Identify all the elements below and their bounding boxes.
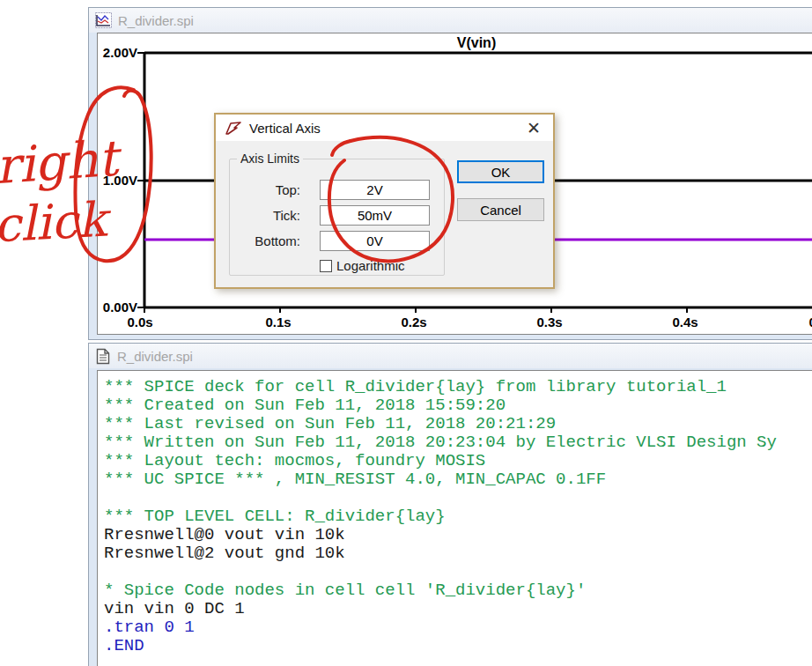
ok-button[interactable]: OK [457, 160, 544, 183]
bottom-field-row: Bottom: [216, 231, 553, 251]
netlist-line: *** TOP LEVEL CELL: R_divider{lay} [104, 507, 812, 526]
x-tick-label-0: 0.0s [127, 314, 152, 329]
netlist-window: R_divider.spi *** SPICE deck for cell R_… [88, 343, 812, 666]
tick-field-label: Tick: [216, 205, 300, 226]
dialog-title: Vertical Axis [249, 121, 321, 136]
netlist-line: .END [104, 637, 812, 655]
waveform-window-titlebar[interactable]: R_divider.spi [89, 8, 812, 33]
netlist-window-title: R_divider.spi [117, 349, 193, 364]
x-tick-label-4: 0.4s [672, 314, 698, 329]
netlist-line [104, 563, 812, 581]
netlist-line: .tran 0 1 [104, 618, 812, 637]
ltspice-logo-icon [225, 121, 242, 136]
document-icon [95, 348, 111, 365]
netlist-line [104, 489, 812, 507]
netlist-line: *** Written on Sun Feb 11, 2018 20:23:04… [104, 433, 812, 452]
x-tick-label-1: 0.1s [265, 314, 291, 329]
vertical-axis-dialog: Vertical Axis ✕ Axis Limits Top: Tick: B… [214, 113, 555, 289]
netlist-line: * Spice Code nodes in cell cell 'R_divid… [104, 581, 812, 600]
waveform-icon [95, 12, 112, 28]
x-tick-label-5: 0.5s [808, 314, 812, 329]
netlist-line: Rresnwell@2 vout gnd 10k [104, 544, 812, 563]
top-field-input[interactable] [320, 180, 430, 200]
x-tick-label-3: 0.3s [536, 314, 562, 329]
logarithmic-label: Logarithmic [336, 258, 405, 273]
bottom-field-input[interactable] [320, 231, 430, 251]
logarithmic-checkbox[interactable] [320, 260, 332, 272]
dialog-titlebar[interactable]: Vertical Axis ✕ [216, 115, 553, 141]
y-tick-label-2v: 2.00V [103, 45, 137, 60]
netlist-window-titlebar[interactable]: R_divider.spi [89, 344, 812, 368]
screen: R_divider.spi V(vin) 2.00V 1.00V 0.00V [0, 0, 812, 666]
tick-field-input[interactable] [320, 205, 430, 226]
netlist-line: *** Layout tech: mocmos, foundry MOSIS [104, 452, 812, 470]
logarithmic-row: Logarithmic [320, 258, 405, 273]
netlist-line: *** Created on Sun Feb 11, 2018 15:59:20 [104, 396, 812, 415]
netlist-line: *** SPICE deck for cell R_divider{lay} f… [104, 378, 812, 396]
netlist-editor[interactable]: *** SPICE deck for cell R_divider{lay} f… [97, 370, 812, 666]
top-field-label: Top: [216, 180, 300, 200]
cancel-button[interactable]: Cancel [457, 198, 544, 221]
bottom-field-label: Bottom: [216, 231, 300, 251]
y-tick-label-1v: 1.00V [103, 173, 137, 188]
axis-limits-label: Axis Limits [237, 152, 303, 166]
close-icon[interactable]: ✕ [523, 120, 544, 137]
trace-label[interactable]: V(vin) [457, 35, 496, 50]
netlist-line: *** UC SPICE *** , MIN_RESIST 4.0, MIN_C… [104, 470, 812, 489]
netlist-line: Rresnwell@0 vout vin 10k [104, 526, 812, 544]
netlist-line: *** Last revised on Sun Feb 11, 2018 20:… [104, 415, 812, 433]
x-tick-label-2: 0.2s [401, 314, 426, 329]
netlist-line: vin vin 0 DC 1 [104, 600, 812, 618]
waveform-window-title: R_divider.spi [118, 13, 194, 28]
y-tick-label-0v: 0.00V [103, 300, 137, 314]
